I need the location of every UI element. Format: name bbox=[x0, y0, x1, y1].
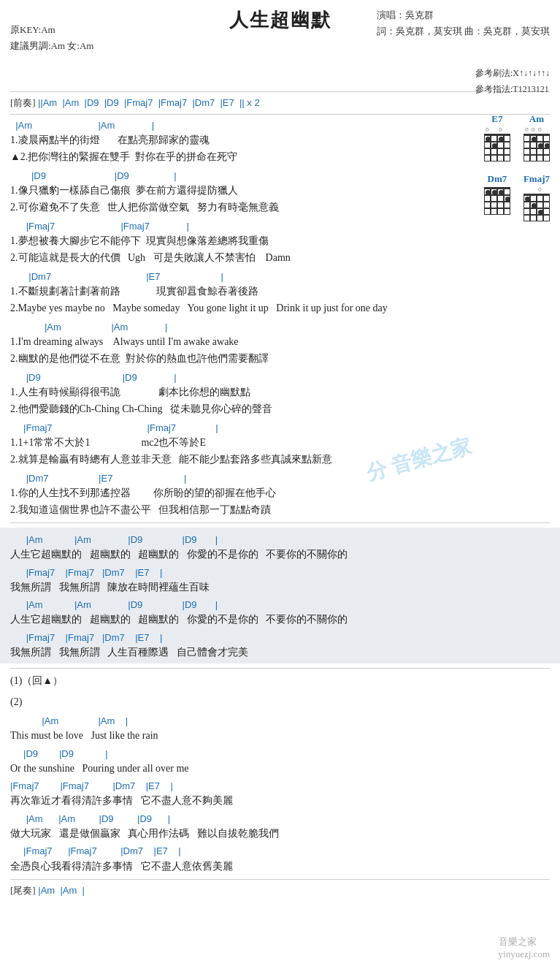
chorus-section-1: |Am |Am |D9 |D9 | 人生它超幽默的 超幽默的 超幽默的 你愛的不… bbox=[0, 528, 560, 663]
s2-chord-1: |Am |Am | bbox=[10, 715, 550, 728]
lyric-fmaj7-1-1: 1.夢想被養大腳步它不能停下 現實與想像落差總將我重傷 bbox=[10, 233, 550, 249]
chord-row-2: Dm7 bbox=[484, 173, 550, 221]
verse-d9-2: |D9 |D9 | 1.人生有時候顯得很弔詭 劇本比你想的幽默點 2.他們愛聽錢… bbox=[10, 371, 550, 417]
lyric-fmaj7-2-1: 1.1+1常常不大於1 mc2也不等於E bbox=[10, 435, 550, 451]
s2-lyric-2: Or the sunshine Pouring under all over m… bbox=[10, 761, 550, 777]
chord-fmaj7-line-2: |Fmaj7 |Fmaj7 | bbox=[10, 422, 550, 435]
chord-dm7: Dm7 bbox=[484, 173, 510, 221]
verse-am-1: |Am |Am | 1.凌晨兩點半的街燈 在點亮那歸家的靈魂 ▲2.把你灣往的緊… bbox=[10, 119, 550, 165]
content-area: [前奏] ||Am |Am |D9 |D9 |Fmaj7 |Fmaj7 |Dm7… bbox=[10, 91, 550, 897]
verse-dm7-e7-1: |Dm7 |E7 | 1.不斷規劃著計劃著前路 現實卻囂食鯨吞著後路 2.May… bbox=[10, 270, 550, 316]
verse-fmaj7-2: |Fmaj7 |Fmaj7 | 1.1+1常常不大於1 mc2也不等於E 2.就… bbox=[10, 422, 550, 468]
outro-section: [尾奏] |Am |Am | bbox=[10, 884, 550, 897]
lyric-am-1-1: 1.凌晨兩點半的街燈 在點亮那歸家的靈魂 bbox=[10, 132, 550, 148]
lyric-d9-2-2: 2.他們愛聽錢的Ch-Ching Ch-Ching 從未聽見你心碎的聲音 bbox=[10, 401, 550, 417]
chorus-lyric-2: 我無所謂 我無所謂 陳放在時間裡蘊生百味 bbox=[10, 579, 550, 596]
s2-lyric-4: 做大玩家 還是做個贏家 真心用作法碼 難以自拔乾脆我們 bbox=[10, 826, 550, 842]
original-key: 原KEY:Am bbox=[10, 22, 93, 38]
intro-label: [前奏] bbox=[10, 97, 38, 108]
lyric-am-1-2: ▲2.把你灣往的緊握在雙手 對你在乎的拼命在死守 bbox=[10, 149, 550, 165]
chord-dm7-e7-line-2: |Dm7 |E7 | bbox=[10, 472, 550, 485]
outro-label: [尾奏] bbox=[10, 885, 36, 896]
note2-block: (2) bbox=[10, 694, 550, 710]
chorus-chord-3: |Am |Am |D9 |D9 | bbox=[10, 598, 550, 612]
strum-ref: 參考刷法:X↑↓↑↓↑↑↓ bbox=[475, 66, 550, 82]
lyric-am-2-1: 1.I'm dreaming always Always until I'm a… bbox=[10, 334, 550, 350]
finger-ref: 參考指法:T1213121 bbox=[475, 82, 550, 98]
section2-block: |Am |Am | This must be love Just like th… bbox=[10, 715, 550, 875]
verse-dm7-e7-2: |Dm7 |E7 | 1.你的人生找不到那遙控器 你所盼的望的卻握在他手心 2.… bbox=[10, 472, 550, 518]
lyric-dm7-e7-1-1: 1.不斷規劃著計劃著前路 現實卻囂食鯨吞著後路 bbox=[10, 284, 550, 300]
s2-chord-2: |D9 |D9 | bbox=[10, 748, 550, 761]
footer-logo: 音樂之家 yinyuezj.com bbox=[499, 935, 550, 960]
s2-lyric-5: 全憑良心我看得清許多事情 它不盡人意依舊美麗 bbox=[10, 859, 550, 875]
s2-chord-4: |Am |Am |D9 |D9 | bbox=[10, 813, 550, 826]
chord-am-line-1: |Am |Am | bbox=[10, 119, 550, 132]
lyric-fmaj7-1-2: 2.可能這就是長大的代價 Ugh 可是失敗讓人不禁害怕 Damn bbox=[10, 250, 550, 266]
s2-lyric-1: This must be love Just like the rain bbox=[10, 728, 550, 744]
note1-text: (1)（回▲） bbox=[10, 673, 550, 689]
intro-section: [前奏] ||Am |Am |D9 |D9 |Fmaj7 |Fmaj7 |Dm7… bbox=[10, 96, 550, 110]
lyric-am-2-2: 2.幽默的是他們從不在意 對於你的熱血也許他們需要翻譯 bbox=[10, 351, 550, 367]
s2-chord-5: |Fmaj7 |Fmaj7 |Dm7 |E7 | bbox=[10, 845, 550, 858]
meta-right: 演唱：吳克群 詞：吳克群，莫安琪 曲：吳克群，莫安琪 bbox=[377, 7, 550, 39]
chorus-lyric-3: 人生它超幽默的 超幽默的 超幽默的 你愛的不是你的 不要你的不關你的 bbox=[10, 612, 550, 628]
outro-chords: |Am |Am | bbox=[36, 885, 85, 896]
chord-fmaj7-line-1: |Fmaj7 |Fmaj7 | bbox=[10, 220, 550, 233]
chord-e7: E7 ○ ○ bbox=[484, 113, 510, 161]
chorus-chord-4: |Fmaj7 |Fmaj7 |Dm7 |E7 | bbox=[10, 631, 550, 644]
lyric-fmaj7-2-2: 2.就算是輸贏有時總有人意並非天意 能不能少點套路多些真誠來點新意 bbox=[10, 452, 550, 468]
chorus-lyric-1: 人生它超幽默的 超幽默的 超幽默的 你愛的不是你的 不要你的不關你的 bbox=[10, 547, 550, 563]
lyric-dm7-e7-1-2: 2.Maybe yes maybe no Maybe someday You g… bbox=[10, 300, 550, 316]
verse-am-2: |Am |Am | 1.I'm dreaming always Always u… bbox=[10, 321, 550, 367]
s2-lyric-3: 再次靠近才看得清許多事情 它不盡人意不夠美麗 bbox=[10, 793, 550, 809]
lyric-dm7-e7-2-1: 1.你的人生找不到那遙控器 你所盼的望的卻握在他手心 bbox=[10, 485, 550, 501]
lyric-d9-2-1: 1.人生有時候顯得很弔詭 劇本比你想的幽默點 bbox=[10, 384, 550, 400]
singer: 演唱：吳克群 bbox=[377, 7, 550, 23]
suggestion: 建議男調:Am 女:Am bbox=[10, 38, 93, 54]
chord-d9-line-2: |D9 |D9 | bbox=[10, 371, 550, 384]
chorus-lyric-4: 我無所謂 我無所謂 人生百種際遇 自己體會才完美 bbox=[10, 644, 550, 661]
lyric-dm7-e7-2-2: 2.我知道這個世界也許不盡公平 但我相信那一丁點點奇蹟 bbox=[10, 502, 550, 518]
intro-chords: ||Am |Am |D9 |D9 |Fmaj7 |Fmaj7 |Dm7 |E7 … bbox=[38, 97, 260, 108]
chord-fmaj7: Fmaj7 ○ bbox=[523, 173, 550, 221]
credits: 詞：吳克群，莫安琪 曲：吳克群，莫安琪 bbox=[377, 23, 550, 39]
meta-left: 原KEY:Am 建議男調:Am 女:Am bbox=[10, 22, 93, 54]
lyric-d9-1-1: 1.像只獵豹一樣舔自己傷痕 夢在前方還得提防獵人 bbox=[10, 183, 550, 199]
chord-dm7-e7-line-1: |Dm7 |E7 | bbox=[10, 270, 550, 284]
s2-chord-3: |Fmaj7 |Fmaj7 |Dm7 |E7 | bbox=[10, 780, 550, 793]
verse-fmaj7-1: |Fmaj7 |Fmaj7 | 1.夢想被養大腳步它不能停下 現實與想像落差總將… bbox=[10, 220, 550, 266]
chord-d9-line-1: |D9 |D9 | bbox=[10, 170, 550, 183]
chord-am-1: Am ○ ○ ○ bbox=[523, 113, 550, 161]
chord-row-1: E7 ○ ○ bbox=[484, 113, 550, 161]
note2-text: (2) bbox=[10, 694, 550, 710]
note1-block: (1)（回▲） bbox=[10, 673, 550, 689]
chord-am-line-2: |Am |Am | bbox=[10, 321, 550, 334]
verse-d9-1: |D9 |D9 | 1.像只獵豹一樣舔自己傷痕 夢在前方還得提防獵人 2.可你避… bbox=[10, 170, 550, 216]
chorus-chord-1: |Am |Am |D9 |D9 | bbox=[10, 533, 550, 547]
chorus-chord-2: |Fmaj7 |Fmaj7 |Dm7 |E7 | bbox=[10, 566, 550, 579]
reference-section: 參考刷法:X↑↓↑↓↑↑↓ 參考指法:T1213121 bbox=[475, 66, 550, 97]
lyric-d9-1-2: 2.可你避免不了失意 世人把你當做空氣 努力有時毫無意義 bbox=[10, 199, 550, 216]
chord-diagrams: E7 ○ ○ bbox=[484, 113, 550, 221]
